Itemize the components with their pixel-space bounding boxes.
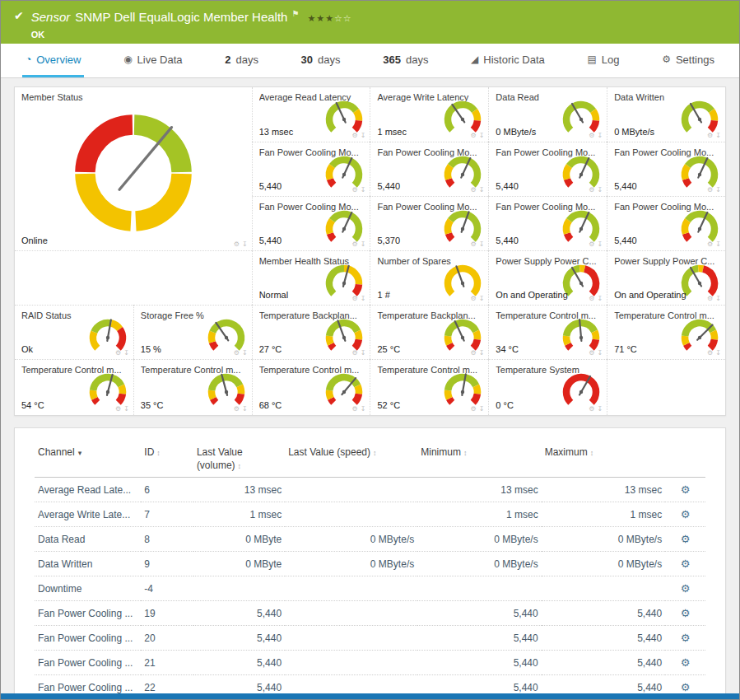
pin-icon[interactable]: ↧ bbox=[479, 349, 485, 357]
gear-icon[interactable]: ⚙ bbox=[115, 349, 121, 357]
pin-icon[interactable]: ↧ bbox=[597, 240, 603, 248]
gauge-tile[interactable]: Fan Power Cooling Mo...5,440⚙↧ bbox=[252, 196, 370, 250]
pin-icon[interactable]: ↧ bbox=[597, 295, 603, 302]
tab-2-days[interactable]: 2days bbox=[221, 44, 262, 77]
pin-icon[interactable]: ↧ bbox=[597, 405, 603, 413]
pin-icon[interactable]: ↧ bbox=[597, 349, 603, 357]
tab-365-days[interactable]: 365days bbox=[379, 44, 431, 77]
gear-icon[interactable]: ⚙ bbox=[352, 240, 358, 248]
gauge-tile[interactable]: Temperature Control m...35 °C⚙↧ bbox=[133, 359, 252, 415]
pin-icon[interactable]: ↧ bbox=[715, 186, 721, 194]
gauge-tile[interactable]: Data Written0 MByte/s⚙↧ bbox=[607, 87, 725, 142]
gauge-tile[interactable]: Temperature System0 °C⚙↧ bbox=[488, 359, 607, 415]
gauge-tile[interactable]: Temperature Control m...68 °C⚙↧ bbox=[252, 359, 370, 415]
gear-icon[interactable]: ⚙ bbox=[352, 186, 358, 194]
gear-icon[interactable]: ⚙ bbox=[470, 295, 476, 302]
gear-icon[interactable]: ⚙ bbox=[352, 132, 358, 139]
pin-icon[interactable]: ↧ bbox=[361, 186, 366, 194]
pin-icon[interactable]: ↧ bbox=[242, 349, 248, 357]
gear-icon[interactable]: ⚙ bbox=[234, 405, 240, 413]
gear-icon[interactable]: ⚙ bbox=[115, 405, 121, 413]
gear-icon[interactable]: ⚙ bbox=[470, 132, 476, 139]
tab-overview[interactable]: ◔Overview bbox=[22, 44, 84, 77]
tab-30-days[interactable]: 30days bbox=[298, 44, 344, 77]
gauge-tile[interactable]: Temperature Control m...54 °C⚙↧ bbox=[15, 359, 133, 415]
gauge-tile[interactable]: Average Read Latency13 msec⚙↧ bbox=[252, 87, 370, 142]
gear-icon[interactable]: ⚙ bbox=[589, 295, 594, 302]
pin-icon[interactable]: ↧ bbox=[715, 132, 721, 139]
pin-icon[interactable]: ↧ bbox=[479, 186, 485, 194]
member-status-tile[interactable]: Member Status Online ⚙↧ bbox=[15, 87, 252, 250]
pin-icon[interactable]: ↧ bbox=[479, 405, 485, 413]
priority-stars[interactable]: ★★★☆☆ bbox=[307, 13, 351, 23]
gauge-tile[interactable]: Temperature Backplan...25 °C⚙↧ bbox=[370, 305, 488, 359]
column-header-channel[interactable]: Channel▾ bbox=[35, 441, 141, 478]
gear-icon[interactable]: ⚙ bbox=[589, 240, 594, 248]
gauge-tile[interactable]: Temperature Control m...34 °C⚙↧ bbox=[488, 305, 607, 359]
gauge-tile[interactable]: Temperature Control m...71 °C⚙↧ bbox=[607, 305, 725, 359]
pin-icon[interactable]: ↧ bbox=[123, 405, 129, 413]
column-header-last-value-speed[interactable]: Last Value (speed)↕ bbox=[285, 441, 417, 478]
column-header-maximum[interactable]: Maximum↕ bbox=[542, 441, 665, 478]
pin-icon[interactable]: ↧ bbox=[123, 349, 129, 357]
gear-icon[interactable]: ⚙ bbox=[589, 405, 594, 413]
gear-icon[interactable]: ⚙ bbox=[352, 405, 358, 413]
gauge-tile[interactable]: Data Read0 MByte/s⚙↧ bbox=[488, 87, 607, 142]
channel-settings-icon[interactable]: ⚙ bbox=[681, 483, 691, 496]
gear-icon[interactable]: ⚙ bbox=[589, 132, 594, 139]
gauge-tile[interactable]: Fan Power Cooling Mo...5,370⚙↧ bbox=[370, 196, 488, 250]
column-header-id[interactable]: ID↕ bbox=[141, 441, 193, 478]
pin-icon[interactable]: ↧ bbox=[715, 349, 721, 357]
channel-settings-icon[interactable]: ⚙ bbox=[681, 607, 691, 619]
channel-settings-icon[interactable]: ⚙ bbox=[681, 558, 691, 570]
gauge-tile[interactable]: Temperature Backplan...27 °C⚙↧ bbox=[252, 305, 370, 359]
gauge-tile[interactable]: Temperature Control m...52 °C⚙↧ bbox=[370, 359, 488, 415]
tab-settings[interactable]: ⚙Settings bbox=[659, 44, 718, 77]
gear-icon[interactable]: ⚙ bbox=[707, 240, 713, 248]
pin-icon[interactable]: ↧ bbox=[361, 132, 366, 139]
pin-icon[interactable]: ↧ bbox=[361, 405, 366, 413]
gear-icon[interactable]: ⚙ bbox=[470, 186, 476, 194]
channel-settings-icon[interactable]: ⚙ bbox=[681, 656, 691, 669]
channel-settings-icon[interactable]: ⚙ bbox=[681, 632, 691, 644]
gauge-tile[interactable]: Storage Free %15 %⚙↧ bbox=[133, 305, 252, 359]
tab-live-data[interactable]: ◉Live Data bbox=[120, 44, 185, 77]
gauge-tile[interactable]: RAID StatusOk⚙↧ bbox=[15, 305, 133, 359]
gauge-tile[interactable]: Average Write Latency1 msec⚙↧ bbox=[370, 87, 488, 142]
pin-icon[interactable]: ↧ bbox=[479, 132, 485, 139]
gear-icon[interactable]: ⚙ bbox=[352, 295, 358, 302]
gear-icon[interactable]: ⚙ bbox=[234, 240, 240, 248]
gauge-tile[interactable]: Member Health StatusNormal⚙↧ bbox=[252, 250, 370, 305]
channel-settings-icon[interactable]: ⚙ bbox=[681, 582, 691, 595]
pin-icon[interactable]: ↧ bbox=[361, 349, 366, 357]
gauge-tile[interactable]: Power Supply Power C...On and Operating⚙… bbox=[488, 250, 607, 305]
channel-settings-icon[interactable]: ⚙ bbox=[681, 681, 691, 693]
pin-icon[interactable]: ↧ bbox=[479, 240, 485, 248]
gauge-tile[interactable]: Fan Power Cooling Mo...5,440⚙↧ bbox=[607, 142, 725, 196]
tab-log[interactable]: ▤Log bbox=[584, 44, 622, 77]
pin-icon[interactable]: ↧ bbox=[479, 295, 485, 302]
gear-icon[interactable]: ⚙ bbox=[589, 349, 594, 357]
gear-icon[interactable]: ⚙ bbox=[707, 132, 713, 139]
gear-icon[interactable]: ⚙ bbox=[470, 349, 476, 357]
pin-icon[interactable]: ↧ bbox=[597, 132, 603, 139]
column-header-last-value-volume[interactable]: Last Value (volume)↕ bbox=[193, 441, 285, 478]
priority-flag-icon[interactable]: ⚑ bbox=[291, 9, 299, 18]
channel-settings-icon[interactable]: ⚙ bbox=[681, 533, 691, 545]
tab-historic-data[interactable]: ◢Historic Data bbox=[468, 44, 548, 77]
gear-icon[interactable]: ⚙ bbox=[234, 349, 240, 357]
gear-icon[interactable]: ⚙ bbox=[352, 349, 358, 357]
pin-icon[interactable]: ↧ bbox=[242, 240, 248, 248]
gauge-tile[interactable]: Number of Spares1 #⚙↧ bbox=[370, 250, 488, 305]
gear-icon[interactable]: ⚙ bbox=[470, 240, 476, 248]
pin-icon[interactable]: ↧ bbox=[242, 405, 248, 413]
gauge-tile[interactable]: Power Supply Power C...On and Operating⚙… bbox=[607, 250, 725, 305]
pin-icon[interactable]: ↧ bbox=[715, 240, 721, 248]
channel-settings-icon[interactable]: ⚙ bbox=[681, 508, 691, 520]
gauge-tile[interactable]: Fan Power Cooling Mo...5,440⚙↧ bbox=[607, 196, 725, 250]
pin-icon[interactable]: ↧ bbox=[361, 295, 366, 302]
column-header-minimum[interactable]: Minimum↕ bbox=[417, 441, 541, 478]
gear-icon[interactable]: ⚙ bbox=[707, 349, 713, 357]
gauge-tile[interactable]: Fan Power Cooling Mo...5,440⚙↧ bbox=[488, 142, 607, 196]
pin-icon[interactable]: ↧ bbox=[715, 295, 721, 302]
